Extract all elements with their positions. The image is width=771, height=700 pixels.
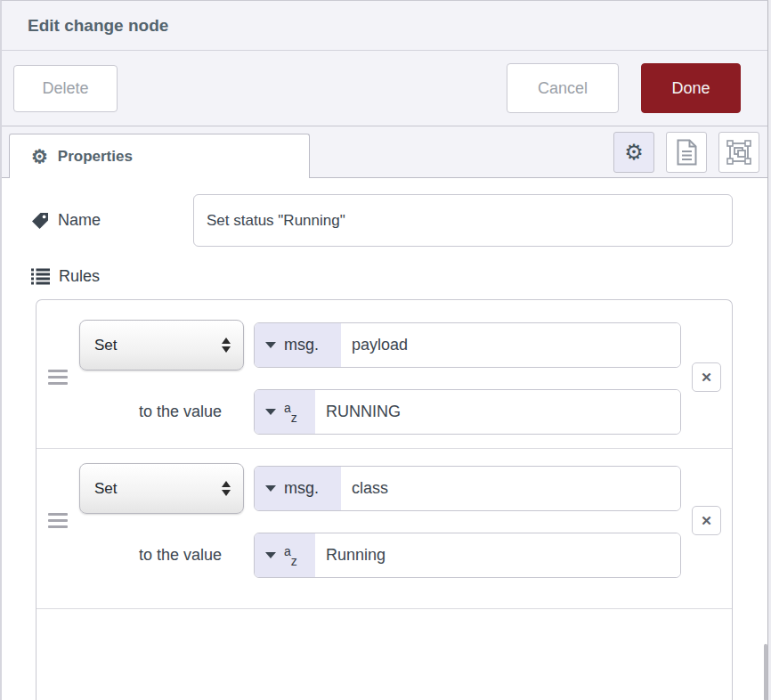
select-arrows-icon — [222, 338, 231, 353]
rule-property-row: Set msg. — [79, 320, 681, 370]
rule-value-row: to the value az — [79, 533, 681, 578]
properties-form: Name Rules — [2, 178, 767, 700]
rule-property-input-group: msg. — [254, 466, 681, 511]
name-input[interactable] — [193, 194, 733, 247]
chevron-down-icon — [265, 552, 276, 558]
cancel-button[interactable]: Cancel — [507, 63, 619, 113]
rule-row: Set msg. — [37, 449, 732, 609]
remove-icon: ✕ — [701, 513, 712, 529]
value-type-button[interactable]: az — [255, 390, 315, 434]
done-button[interactable]: Done — [641, 63, 741, 113]
remove-rule-button[interactable]: ✕ — [692, 362, 721, 392]
rule-action-value: Set — [94, 480, 222, 498]
remove-rule-button[interactable]: ✕ — [692, 506, 721, 535]
rule-action-select[interactable]: Set — [79, 463, 244, 514]
delete-button[interactable]: Delete — [13, 65, 118, 112]
appearance-tab-button[interactable] — [718, 132, 759, 173]
to-the-value-label: to the value — [79, 546, 254, 565]
dialog-header: Edit change node — [2, 1, 767, 51]
rules-label: Rules — [31, 267, 733, 286]
rule-action-select[interactable]: Set — [79, 320, 244, 370]
to-the-value-label: to the value — [79, 403, 254, 421]
select-arrows-icon — [222, 481, 231, 496]
gear-icon: ⚙ — [31, 147, 48, 166]
drag-handle-icon[interactable] — [48, 370, 68, 385]
remove-icon: ✕ — [701, 370, 712, 386]
tab-properties[interactable]: ⚙ Properties — [9, 134, 310, 178]
rule-value-input[interactable] — [315, 390, 680, 434]
vertical-scrollbar[interactable] — [764, 644, 767, 700]
rule-remove-col: ✕ — [681, 320, 732, 435]
chevron-down-icon — [265, 409, 276, 415]
chevron-down-icon — [265, 485, 276, 492]
name-label-text: Name — [58, 211, 101, 230]
drag-handle-icon[interactable] — [48, 513, 68, 528]
rule-handle-col — [37, 320, 79, 435]
rule-remove-col: ✕ — [681, 463, 732, 578]
rules-list: Set msg. — [36, 299, 733, 700]
properties-tab-button[interactable]: ⚙ — [613, 132, 654, 173]
rules-label-text: Rules — [59, 267, 100, 286]
rule-main: Set msg. — [79, 320, 681, 435]
edit-node-dialog: Edit change node Delete Cancel Done ⚙ Pr… — [0, 0, 768, 700]
document-icon — [676, 139, 698, 166]
chevron-down-icon — [265, 342, 276, 348]
description-tab-button[interactable] — [666, 132, 707, 173]
string-type-icon: az — [284, 549, 297, 562]
rule-property-input[interactable] — [341, 323, 680, 367]
property-type-button[interactable]: msg. — [255, 323, 341, 367]
rule-value-input-group: az — [254, 389, 681, 435]
rule-main: Set msg. — [79, 463, 681, 578]
name-row: Name — [31, 194, 733, 247]
dialog-toolbar: Delete Cancel Done — [2, 51, 767, 126]
rule-value-row: to the value az — [79, 389, 681, 435]
rule-row: Set msg. — [37, 300, 732, 449]
rule-property-row: Set msg. — [79, 463, 681, 514]
msg-prefix-label: msg. — [284, 479, 319, 498]
tab-properties-label: Properties — [58, 148, 133, 166]
rule-property-input-group: msg. — [254, 322, 681, 368]
rule-handle-col — [37, 463, 79, 578]
group-frame-icon — [726, 140, 751, 165]
rule-action-value: Set — [94, 337, 222, 354]
msg-prefix-label: msg. — [284, 336, 319, 354]
rule-property-input[interactable] — [341, 467, 680, 510]
tag-icon — [31, 212, 49, 230]
rule-value-input-group: az — [254, 533, 681, 578]
name-label: Name — [31, 211, 193, 230]
dialog-title: Edit change node — [28, 16, 168, 36]
rule-value-input[interactable] — [315, 533, 680, 577]
string-type-icon: az — [284, 406, 297, 419]
value-type-button[interactable]: az — [255, 533, 315, 577]
list-icon — [31, 268, 50, 285]
gear-icon: ⚙ — [624, 142, 644, 163]
tab-icon-buttons: ⚙ — [613, 132, 759, 173]
editor-tabbar: ⚙ Properties ⚙ — [2, 126, 767, 178]
property-type-button[interactable]: msg. — [255, 467, 341, 510]
